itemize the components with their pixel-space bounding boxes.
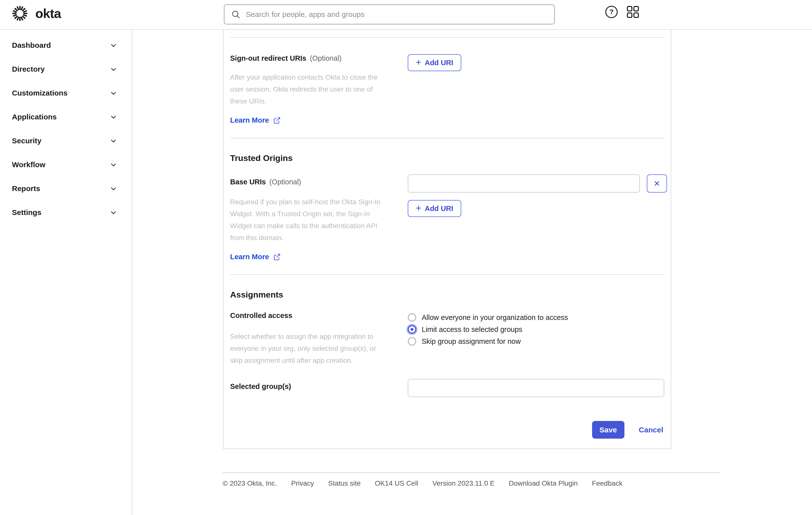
- footer-link-download-plugin[interactable]: Download Okta Plugin: [509, 480, 578, 487]
- sidebar-nav: Dashboard Directory Customizations Appli…: [0, 30, 132, 515]
- radio-icon: [408, 313, 416, 322]
- footer-version-text: Version 2023.11.0 E: [432, 480, 495, 487]
- trusted-origins-section: Base URIs (Optional) Required if you pla…: [230, 174, 664, 261]
- trusted-origins-learn-more-link[interactable]: Learn More: [230, 253, 281, 261]
- grid-squares-icon: [627, 5, 639, 19]
- app-switcher-button[interactable]: [626, 4, 640, 20]
- controlled-access-description: Select whether to assign the app integra…: [230, 331, 408, 367]
- sidebar-item-dashboard[interactable]: Dashboard: [0, 33, 132, 57]
- cancel-button[interactable]: Cancel: [639, 426, 663, 434]
- trusted-origins-add-uri-button[interactable]: + Add URI: [408, 200, 461, 217]
- external-link-icon: [273, 116, 281, 124]
- signout-uris-description: After your application contacts Okta to …: [230, 71, 408, 107]
- selected-groups-section: Selected group(s): [230, 379, 664, 397]
- section-divider: [230, 275, 664, 275]
- chevron-down-icon: [110, 89, 117, 97]
- footer-link-privacy[interactable]: Privacy: [291, 480, 314, 487]
- svg-text:?: ?: [609, 8, 613, 16]
- chevron-down-icon: [110, 185, 117, 192]
- radio-allow-everyone[interactable]: Allow everyone in your organization to a…: [408, 312, 664, 323]
- sidebar-item-security[interactable]: Security: [0, 129, 132, 153]
- form-actions: Save Cancel: [230, 421, 664, 439]
- footer-cell-text: OK14 US Cell: [375, 480, 418, 487]
- sidebar-item-directory[interactable]: Directory: [0, 57, 132, 81]
- chevron-down-icon: [110, 137, 117, 145]
- remove-uri-button[interactable]: ✕: [647, 174, 667, 193]
- signout-learn-more-link[interactable]: Learn More: [230, 116, 281, 124]
- sidebar-item-reports[interactable]: Reports: [0, 177, 132, 201]
- okta-logo[interactable]: okta: [10, 3, 61, 23]
- chevron-down-icon: [110, 65, 117, 73]
- signout-uris-label: Sign-out redirect URIs: [230, 54, 306, 62]
- sidebar-item-applications[interactable]: Applications: [0, 105, 132, 129]
- radio-limit-access[interactable]: Limit access to selected groups: [408, 323, 664, 335]
- chevron-down-icon: [110, 209, 117, 216]
- x-icon: ✕: [654, 179, 660, 188]
- global-search[interactable]: [224, 4, 555, 24]
- help-button[interactable]: ?: [604, 4, 619, 20]
- base-uris-label: Base URIs: [230, 178, 266, 186]
- sidebar-item-settings[interactable]: Settings: [0, 201, 132, 224]
- sidebar-item-customizations[interactable]: Customizations: [0, 81, 132, 105]
- optional-tag: (Optional): [269, 178, 301, 186]
- footer-link-status-site[interactable]: Status site: [328, 480, 361, 487]
- external-link-icon: [273, 253, 281, 261]
- section-divider: [230, 30, 664, 38]
- controlled-access-section: Controlled access Select whether to assi…: [230, 312, 664, 367]
- chevron-down-icon: [110, 161, 117, 168]
- optional-tag: (Optional): [310, 54, 342, 62]
- section-divider: [230, 138, 664, 138]
- selected-groups-input[interactable]: [408, 379, 664, 397]
- search-icon: [231, 9, 241, 20]
- chevron-down-icon: [110, 41, 117, 49]
- signout-add-uri-button[interactable]: + Add URI: [408, 54, 461, 71]
- save-button[interactable]: Save: [592, 421, 625, 439]
- app-settings-card: Sign-out redirect URIs (Optional) After …: [223, 30, 671, 449]
- app-header: okta ?: [0, 0, 812, 30]
- radio-icon: [408, 337, 416, 346]
- base-uris-description: Required if you plan to self-host the Ok…: [230, 196, 408, 244]
- plus-icon: +: [416, 57, 421, 67]
- brand-wordmark: okta: [35, 6, 61, 21]
- selected-groups-label: Selected group(s): [230, 382, 291, 390]
- radio-skip-assignment[interactable]: Skip group assignment for now: [408, 335, 664, 347]
- page-footer: © 2023 Okta, Inc. Privacy Status site OK…: [223, 473, 721, 487]
- controlled-access-label: Controlled access: [230, 312, 408, 320]
- footer-link-feedback[interactable]: Feedback: [592, 480, 622, 487]
- question-circle-icon: ?: [605, 5, 618, 19]
- plus-icon: +: [416, 203, 421, 213]
- signout-redirect-section: Sign-out redirect URIs (Optional) After …: [230, 54, 664, 124]
- trusted-origins-heading: Trusted Origins: [230, 153, 664, 163]
- base-uri-input[interactable]: [408, 174, 640, 193]
- search-input[interactable]: [246, 10, 548, 19]
- okta-sunburst-icon: [10, 3, 30, 23]
- chevron-down-icon: [110, 113, 117, 121]
- sidebar-item-workflow[interactable]: Workflow: [0, 153, 132, 177]
- assignments-heading: Assignments: [230, 290, 664, 299]
- radio-icon: [408, 325, 416, 334]
- copyright-text: © 2023 Okta, Inc.: [223, 480, 277, 487]
